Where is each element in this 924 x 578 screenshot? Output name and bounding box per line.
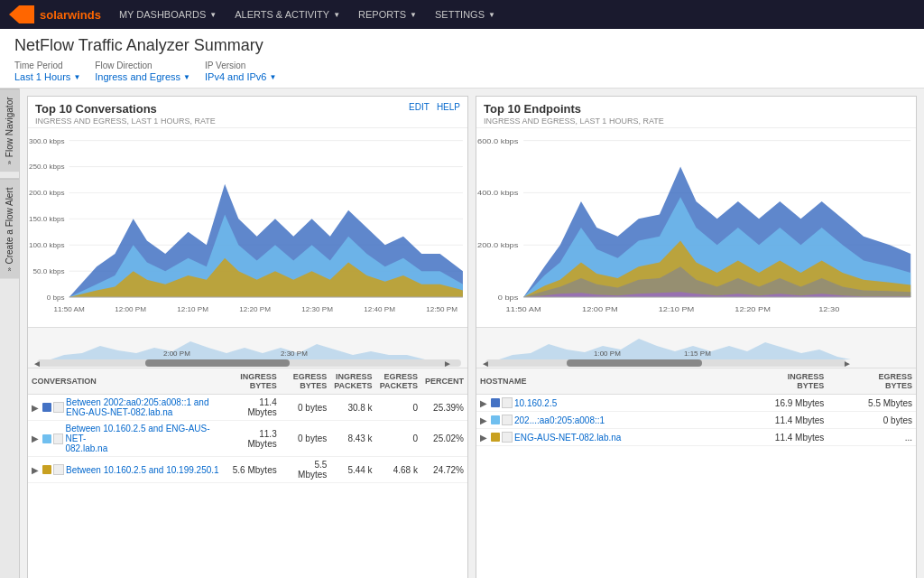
conversations-table: CONVERSATION INGRESSBYTES EGRESSBYTES IN… (28, 368, 467, 483)
col-conversation: CONVERSATION (28, 368, 226, 395)
svg-text:12:30: 12:30 (818, 305, 839, 313)
svg-text:200.0 kbps: 200.0 kbps (29, 190, 65, 198)
svg-text:150.0 kbps: 150.0 kbps (29, 215, 65, 223)
help-button[interactable]: HELP (437, 102, 460, 112)
svg-rect-25 (145, 359, 290, 367)
svg-text:12:30 PM: 12:30 PM (301, 306, 333, 314)
page-header: NetFlow Traffic Analyzer Summary Time Pe… (0, 29, 924, 89)
logo: solarwinds (9, 5, 101, 23)
conversations-panel: Top 10 Conversations INGRESS AND EGRESS,… (27, 96, 468, 578)
svg-text:11:50 AM: 11:50 AM (506, 305, 541, 313)
svg-text:◄: ◄ (481, 359, 490, 368)
logo-text: solarwinds (40, 8, 101, 22)
expand-icon[interactable]: ▶ (32, 403, 39, 413)
col-ingress-packets: INGRESSPACKETS (330, 368, 375, 395)
flow-direction-value[interactable]: Ingress and Egress (95, 71, 190, 82)
svg-text:12:20 PM: 12:20 PM (239, 306, 271, 314)
color-indicator (491, 415, 500, 424)
svg-text:100.0 kbps: 100.0 kbps (29, 241, 65, 249)
svg-text:►: ► (843, 359, 852, 368)
page-title: NetFlow Traffic Analyzer Summary (14, 36, 910, 55)
action-icon[interactable] (502, 397, 513, 408)
color-indicator (491, 433, 500, 442)
ip-version-value[interactable]: IPv4 and IPv6 (205, 71, 276, 82)
conversations-chart-svg: 300.0 kbps 250.0 kbps 200.0 kbps 150.0 k… (28, 132, 467, 323)
svg-rect-46 (567, 359, 702, 367)
flow-direction-label: Flow Direction (95, 61, 190, 70)
col-egress-packets: EGRESSPACKETS (376, 368, 421, 395)
endpoints-chart: 600.0 kbps 400.0 kbps 200.0 kbps 0 bps (476, 128, 916, 327)
endpoints-panel-header: Top 10 Endpoints INGRESS AND EGRESS, LAS… (476, 97, 916, 128)
conversations-title: Top 10 Conversations (35, 102, 216, 116)
endpoints-title: Top 10 Endpoints (484, 102, 664, 116)
nav-alerts[interactable]: ALERTS & ACTIVITY ▼ (235, 9, 340, 20)
expand-icon[interactable]: ▶ (480, 415, 487, 425)
endpoints-panel: Top 10 Endpoints INGRESS AND EGRESS, LAS… (476, 96, 917, 578)
table-row: ▶ Between 10.160.2.5 and ENG-AUS-NET-082… (28, 421, 467, 457)
svg-text:50.0 kbps: 50.0 kbps (32, 267, 64, 275)
logo-icon (9, 5, 34, 23)
svg-text:12:20 PM: 12:20 PM (735, 305, 771, 313)
chevron-down-icon: ▼ (333, 11, 340, 19)
nav-reports[interactable]: REPORTS ▼ (358, 9, 417, 20)
action-icon[interactable] (53, 402, 64, 413)
side-tabs: » Flow Navigator » Create a Flow Alert (0, 89, 20, 578)
svg-text:0 bps: 0 bps (498, 294, 519, 302)
endpoints-table: HOSTNAME INGRESSBYTES EGRESSBYTES ▶ (476, 368, 916, 446)
flow-navigator-tab[interactable]: » Flow Navigator (0, 89, 19, 172)
endpoints-scrollbar[interactable]: ◄ ► 1:00 PM 1:15 PM (476, 327, 916, 368)
flow-direction-filter: Flow Direction Ingress and Egress (95, 61, 190, 82)
action-icon[interactable] (502, 432, 513, 443)
conversations-subtitle: INGRESS AND EGRESS, LAST 1 HOURS, RATE (35, 117, 216, 126)
conversations-panel-header: Top 10 Conversations INGRESS AND EGRESS,… (28, 97, 467, 128)
conversations-chart: 300.0 kbps 250.0 kbps 200.0 kbps 150.0 k… (28, 128, 467, 327)
endpoints-subtitle: INGRESS AND EGRESS, LAST 1 HOURS, RATE (484, 117, 664, 126)
svg-text:11:50 AM: 11:50 AM (54, 306, 85, 314)
expand-icon[interactable]: ▶ (480, 433, 487, 443)
conversations-scrollbar[interactable]: ◄ ► 2:00 PM 2:30 PM (28, 327, 467, 368)
time-period-value[interactable]: Last 1 Hours (14, 71, 80, 82)
endpoints-chart-svg: 600.0 kbps 400.0 kbps 200.0 kbps 0 bps (476, 132, 916, 323)
col-egress-bytes-ep: EGRESSBYTES (827, 368, 916, 395)
action-icon[interactable] (53, 464, 64, 475)
svg-text:400.0 kbps: 400.0 kbps (477, 189, 518, 197)
scrollbar-minimap: ◄ ► 2:00 PM 2:30 PM (28, 328, 467, 368)
svg-text:12:00 PM: 12:00 PM (582, 305, 618, 313)
chevron-down-icon: ▼ (410, 11, 417, 19)
svg-text:►: ► (443, 359, 452, 368)
svg-text:1:15 PM: 1:15 PM (684, 350, 711, 358)
col-hostname: HOSTNAME (476, 368, 731, 395)
chevron-icon: » (5, 267, 14, 271)
col-ingress-bytes: INGRESSBYTES (226, 368, 281, 395)
table-row: ▶ 10.160.2.5 16.9 Mbytes 5.5 Mbytes (476, 395, 916, 412)
nav-settings[interactable]: SETTINGS ▼ (435, 9, 495, 20)
expand-icon[interactable]: ▶ (480, 398, 487, 408)
nav-dashboards[interactable]: MY DASHBOARDS ▼ (119, 9, 217, 20)
svg-text:2:30 PM: 2:30 PM (281, 350, 308, 358)
expand-icon[interactable]: ▶ (32, 465, 39, 475)
filter-bar: Time Period Last 1 Hours Flow Direction … (14, 61, 910, 82)
table-row: ▶ Between 10.160.2.5 and 10.199.250.1 5.… (28, 457, 467, 483)
edit-button[interactable]: EDIT (409, 102, 430, 112)
svg-text:300.0 kbps: 300.0 kbps (29, 137, 65, 145)
main-content: » Flow Navigator » Create a Flow Alert T… (0, 89, 924, 578)
chevron-down-icon: ▼ (488, 11, 495, 19)
svg-text:0 bps: 0 bps (47, 294, 65, 302)
color-indicator (42, 403, 51, 412)
action-icon[interactable] (53, 434, 63, 444)
action-icon[interactable] (502, 415, 513, 425)
expand-icon[interactable]: ▶ (32, 434, 39, 443)
svg-text:12:10 PM: 12:10 PM (659, 305, 695, 313)
svg-text:2:00 PM: 2:00 PM (163, 350, 190, 358)
svg-text:◄: ◄ (32, 359, 42, 368)
color-indicator (491, 398, 500, 407)
conversations-actions: EDIT HELP (409, 102, 460, 112)
svg-text:200.0 kbps: 200.0 kbps (477, 241, 518, 249)
col-percent: PERCENT (421, 368, 467, 395)
panels-container: Top 10 Conversations INGRESS AND EGRESS,… (20, 89, 924, 578)
top-navigation: solarwinds MY DASHBOARDS ▼ ALERTS & ACTI… (0, 0, 924, 29)
svg-text:250.0 kbps: 250.0 kbps (29, 163, 65, 172)
create-flow-alert-tab[interactable]: » Create a Flow Alert (0, 179, 19, 279)
svg-text:12:00 PM: 12:00 PM (115, 306, 146, 314)
svg-text:1:00 PM: 1:00 PM (594, 350, 621, 358)
